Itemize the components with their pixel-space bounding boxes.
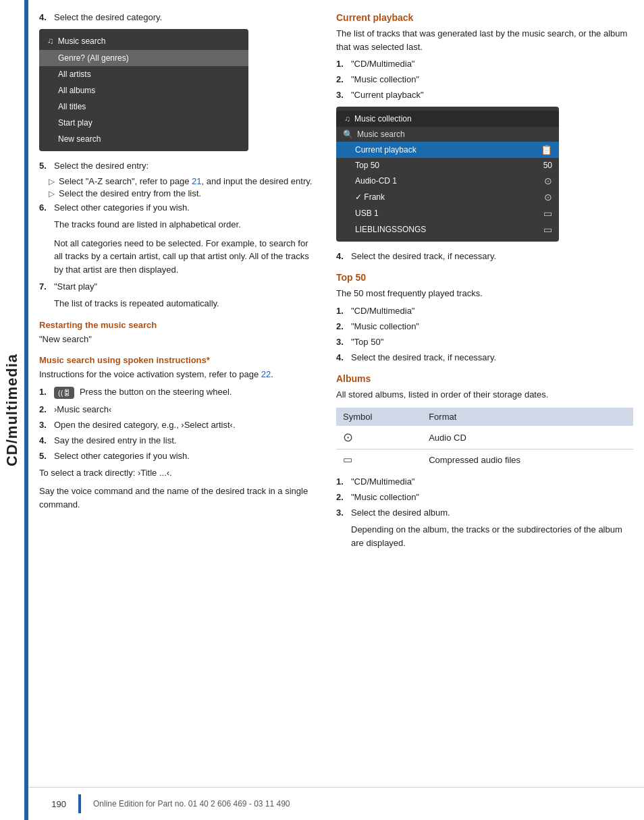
albums-heading: Albums [336,373,633,384]
steering-wheel-icon: ((🎛 [54,387,74,399]
menu-item-start-play[interactable]: Start play [39,115,248,131]
mc-row-top50-num: 50 [543,161,552,170]
mc-search-row: 🔍 Music search [336,127,559,142]
voice-para: Instructions for the voice activation sy… [39,368,316,381]
albums-step-1-text: "CD/Multimedia" [351,476,414,487]
cp-step-2-num: 2. [336,74,351,84]
top50-step-1-num: 1. [336,306,351,316]
music-collection-box: ♫ Music collection 🔍 Music search Curren… [336,107,559,242]
top50-step-1-text: "CD/Multimedia" [351,306,414,316]
voice-step-1-num: 1. [39,387,54,397]
cp-step-2-text: "Music collection" [351,74,419,84]
top50-step-4: 4. Select the desired track, if necessar… [336,352,633,362]
menu-item-all-titles[interactable]: All titles [39,99,248,115]
top50-step-3: 3. "Top 50" [336,337,633,347]
albums-step-2: 2. "Music collection" [336,492,633,502]
music-search-title: ♫ Music search [39,33,248,50]
restart-heading: Restarting the music search [39,320,316,330]
step-6-para1: The tracks found are listed in alphabeti… [39,218,316,231]
step-7-text: "Start play" [54,281,316,292]
menu-item-new-search[interactable]: New search [39,131,248,147]
menu-item-all-albums[interactable]: All albums [39,82,248,99]
albums-format-compressed: Compressed audio files [422,449,633,470]
cp-step-2: 2. "Music collection" [336,74,633,84]
current-playback-para: The list of tracks that was generated la… [336,27,633,53]
voice-step-4-text: Say the desired entry in the list. [54,435,316,445]
mc-row-cp-label: Current playback [355,145,541,155]
step-5-sub1-text: Select "A-Z search", refer to page 21, a… [59,176,312,186]
albums-symbol-compressed: ▭ [336,449,422,470]
step-6-text: Select other categories if you wish. [54,202,316,213]
footer-page-num: 190 [39,799,66,809]
step-6-para2: Not all categories need to be selected. … [39,237,316,277]
footer-text: Online Edition for Part no. 01 40 2 606 … [93,799,290,809]
menu-item-genre[interactable]: Genre? (All genres) [39,50,248,66]
step-4: 4. Select the desired category. [39,12,316,22]
side-label-text: CD/multimedia [3,354,21,466]
top50-step-2: 2. "Music collection" [336,321,633,331]
mc-row-top50[interactable]: Top 50 50 [336,158,559,173]
step-5-sub2: ▷ Select the desired entry from the list… [49,188,316,198]
mc-row-current-playback[interactable]: Current playback 📋 [336,142,559,158]
voice-step-1-content: ((🎛 Press the button on the steering whe… [54,387,316,399]
left-column: 4. Select the desired category. ♫ Music … [39,12,329,555]
voice-step-3-num: 3. [39,420,54,430]
mc-row-usb1[interactable]: USB 1 ▭ [336,205,559,221]
cp-step-1: 1. "CD/Multimedia" [336,59,633,69]
albums-format-audio-cd: Audio CD [422,426,633,449]
side-label: CD/multimedia [0,0,24,820]
music-icon: ♫ [47,36,54,46]
step-7: 7. "Start play" [39,281,316,292]
step-4-num: 4. [39,12,54,22]
direct-track-text: To select a track directly: ›Title ...‹. [39,466,316,480]
voice-step-2-num: 2. [39,404,54,414]
top50-step-2-text: "Music collection" [351,321,419,331]
step-4-text: Select the desired category. [54,12,316,22]
cp-step-4: 4. Select the desired track, if necessar… [336,251,633,261]
mc-row-cp-icon: 📋 [541,144,552,155]
step-6-num: 6. [39,202,54,213]
mc-row-frank-label: ✓ Frank [355,192,544,202]
menu-item-all-artists[interactable]: All artists [39,66,248,82]
mc-row-frank-icon: ⊙ [544,192,552,202]
albums-row-audio-cd: ⊙ Audio CD [336,426,633,449]
cp-step-3-num: 3. [336,90,351,100]
mc-title-text: Music collection [354,114,412,124]
mc-row-lieblingssongs-icon: ▭ [543,224,552,235]
step-5-text: Select the desired entry: [54,161,316,171]
top50-para: The 50 most frequently played tracks. [336,287,633,300]
voice-step-5-text: Select other categories if you wish. [54,451,316,461]
top50-step-1: 1. "CD/Multimedia" [336,306,633,316]
albums-step-3: 3. Select the desired album. [336,508,633,518]
voice-step-3: 3. Open the desired category, e.g., ›Sel… [39,420,316,430]
restart-text: "New search" [39,333,316,346]
albums-step-3-num: 3. [336,508,351,518]
main-content: 4. Select the desired category. ♫ Music … [28,0,644,568]
mc-row-usb1-label: USB 1 [355,209,543,218]
albums-step-1-num: 1. [336,476,351,487]
voice-step-5-num: 5. [39,451,54,461]
footer: 190 Online Edition for Part no. 01 40 2 … [28,787,644,820]
page-link-21[interactable]: 21 [192,176,201,186]
albums-note: Depending on the album, the tracks or th… [336,523,633,549]
cp-step-3: 3. "Current playback" [336,90,633,100]
right-column: Current playback The list of tracks that… [329,12,633,555]
step-7-para: The list of tracks is repeated automatic… [39,297,316,310]
voice-step-5: 5. Select other categories if you wish. [39,451,316,461]
mc-row-audio-cd1-label: Audio-CD 1 [355,176,544,186]
mc-row-lieblingssongs[interactable]: LIEBLINGSSONGS ▭ [336,221,559,238]
mc-row-frank[interactable]: ✓ Frank ⊙ [336,189,559,205]
cp-step-1-text: "CD/Multimedia" [351,59,414,69]
current-playback-heading: Current playback [336,12,633,23]
mc-row-usb1-icon: ▭ [543,208,552,219]
albums-step-1: 1. "CD/Multimedia" [336,476,633,487]
albums-symbol-audio-cd: ⊙ [336,426,422,449]
mc-row-audio-cd1[interactable]: Audio-CD 1 ⊙ [336,173,559,189]
page-link-22[interactable]: 22 [261,369,271,379]
cp-step-1-num: 1. [336,59,351,69]
albums-row-compressed: ▭ Compressed audio files [336,449,633,470]
top50-step-3-num: 3. [336,337,351,347]
arrow-icon: ▷ [49,177,55,186]
arrow-icon-2: ▷ [49,189,55,198]
step-7-num: 7. [39,281,54,292]
